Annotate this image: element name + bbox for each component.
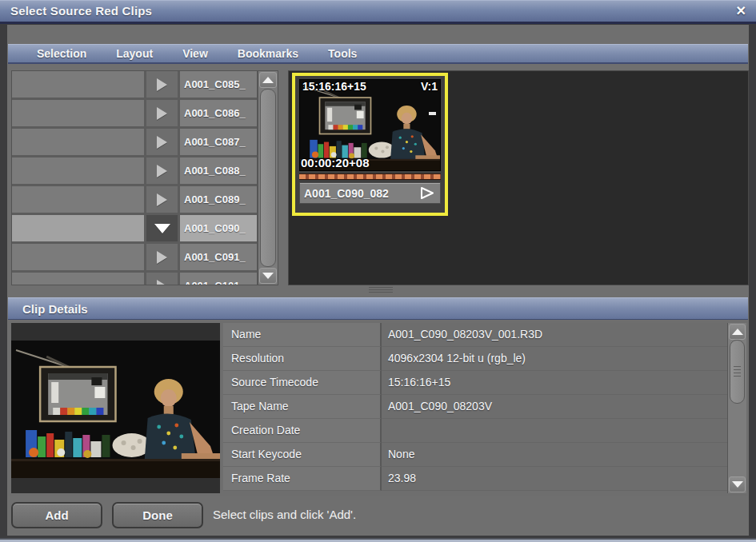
status-message: Select clips and click 'Add'.: [213, 508, 356, 521]
field-label: Resolution: [223, 347, 382, 371]
clip-list: A001_C085_ A001_C086_ A001_C087_ A001_C0…: [11, 70, 278, 285]
add-button[interactable]: Add: [11, 502, 102, 528]
collapsed-arrow-icon: [157, 193, 167, 206]
window-bottom-edge: [0, 538, 756, 542]
menu-view[interactable]: View: [182, 47, 208, 60]
scrollbar-thumb[interactable]: [730, 340, 745, 404]
dialog-body: Selection Layout View Bookmarks Tools A0…: [7, 25, 749, 536]
scroll-down-button[interactable]: [729, 476, 746, 492]
clip-timeline-strip: [299, 173, 441, 180]
details-row: Resolution 4096x2304 12-bit u (rgb_le): [223, 347, 727, 371]
collapsed-arrow-icon: [157, 107, 167, 120]
details-thumbnail-image: [11, 341, 220, 478]
details-row: Creation Date: [223, 419, 727, 443]
expand-toggle[interactable]: [146, 129, 180, 155]
clip-rows: A001_C085_ A001_C086_ A001_C087_ A001_C0…: [12, 71, 257, 285]
clip-row[interactable]: A001_C089_: [12, 186, 257, 215]
scrollbar-thumb[interactable]: [260, 89, 276, 267]
thumb-grip: [734, 366, 741, 377]
clip-name: A001_C101_: [180, 273, 257, 285]
menu-bar: Selection Layout View Bookmarks Tools: [8, 44, 748, 64]
collapsed-arrow-icon: [157, 280, 167, 286]
clip-name: A001_C086_: [180, 100, 257, 126]
down-arrow-icon: [262, 273, 274, 279]
field-label: Frame Rate: [223, 467, 382, 491]
details-thumbnail: [11, 323, 220, 493]
clip-row[interactable]: A001_C087_: [12, 129, 257, 157]
clip-name: A001_C088_: [180, 157, 257, 184]
scroll-down-button[interactable]: [259, 268, 277, 284]
details-row: Frame Rate 23.98: [223, 467, 727, 491]
clip-row[interactable]: A001_C086_: [12, 100, 257, 129]
menu-layout[interactable]: Layout: [116, 47, 153, 60]
field-value: A001_C090_08203V_001.R3D: [382, 323, 727, 347]
field-value: 4096x2304 12-bit u (rgb_le): [382, 347, 727, 371]
menu-tools[interactable]: Tools: [328, 47, 357, 60]
details-row: Source Timecode 15:16:16+15: [223, 371, 727, 395]
expand-toggle[interactable]: [146, 215, 180, 241]
up-arrow-icon: [732, 329, 743, 335]
clip-thumbnail[interactable]: 15:16:16+15 V:1 00:00:20+08: [299, 79, 441, 171]
clip-name: A001_C091_: [180, 244, 257, 270]
clip-name: A001_C085_: [180, 71, 257, 98]
clip-row[interactable]: A001_C085_: [12, 71, 257, 100]
clip-name: A001_C090_: [180, 215, 257, 241]
scroll-up-button[interactable]: [259, 72, 277, 88]
title-bar: Select Source Red Clips ✕: [0, 0, 756, 24]
expand-toggle[interactable]: [146, 157, 180, 184]
expand-toggle[interactable]: [146, 71, 180, 98]
clip-label-text: A001_C090_082: [304, 187, 389, 200]
clip-label-bar: A001_C090_082: [299, 182, 441, 204]
details-scrollbar[interactable]: [727, 323, 746, 493]
clip-row[interactable]: A001_C088_: [12, 157, 257, 186]
details-row: Start Keycode None: [223, 443, 727, 467]
field-value: None: [382, 443, 727, 467]
field-label: Tape Name: [223, 395, 382, 419]
collapsed-arrow-icon: [157, 78, 167, 91]
clip-name: A001_C089_: [180, 186, 257, 213]
close-icon[interactable]: ✕: [736, 3, 746, 18]
done-button[interactable]: Done: [112, 502, 203, 528]
window-title: Select Source Red Clips: [10, 4, 152, 18]
menu-selection[interactable]: Selection: [37, 47, 86, 60]
expand-toggle[interactable]: [146, 273, 180, 285]
clip-details-title: Clip Details: [22, 302, 88, 316]
footage-mark: [429, 112, 436, 115]
details-table: Name A001_C090_08203V_001.R3D Resolution…: [223, 323, 727, 491]
field-label: Source Timecode: [223, 371, 382, 395]
panel-splitter-handle[interactable]: [369, 287, 393, 293]
clip-details-header: Clip Details: [8, 297, 748, 320]
source-timecode-overlay: 15:16:16+15: [302, 80, 366, 93]
scroll-up-button[interactable]: [729, 324, 746, 340]
menu-bookmarks[interactable]: Bookmarks: [238, 47, 298, 60]
expand-toggle[interactable]: [146, 186, 180, 213]
clip-list-scrollbar[interactable]: [257, 71, 278, 285]
clip-row[interactable]: A001_C101_: [12, 273, 257, 285]
field-value: 23.98: [382, 467, 727, 491]
field-label: Start Keycode: [223, 443, 382, 467]
field-value: 15:16:16+15: [382, 371, 727, 395]
video-track-overlay: V:1: [421, 80, 438, 93]
clip-row-selected[interactable]: A001_C090_: [12, 215, 257, 244]
collapsed-arrow-icon: [157, 136, 167, 149]
field-value: A001_C090_08203V: [382, 395, 727, 419]
details-row: Tape Name A001_C090_08203V: [223, 395, 727, 419]
details-row: Name A001_C090_08203V_001.R3D: [223, 323, 727, 347]
expanded-arrow-icon: [154, 224, 170, 233]
clip-row[interactable]: A001_C091_: [12, 244, 257, 273]
clip-name: A001_C087_: [180, 129, 257, 155]
up-arrow-icon: [262, 77, 274, 83]
clip-details-panel: Name A001_C090_08203V_001.R3D Resolution…: [8, 321, 748, 496]
field-value: [382, 419, 727, 443]
selected-clip-tile[interactable]: 15:16:16+15 V:1 00:00:20+08 A001_C090_08…: [292, 73, 448, 216]
field-label: Name: [223, 323, 382, 347]
collapsed-arrow-icon: [157, 165, 167, 177]
expand-toggle[interactable]: [146, 244, 180, 270]
down-arrow-icon: [732, 481, 743, 488]
field-label: Creation Date: [223, 419, 382, 443]
record-timecode-overlay: 00:00:20+08: [301, 156, 370, 169]
collapsed-arrow-icon: [157, 251, 167, 264]
play-icon[interactable]: [418, 186, 436, 200]
expand-toggle[interactable]: [146, 100, 180, 126]
preview-panel: 15:16:16+15 V:1 00:00:20+08 A001_C090_08…: [288, 70, 749, 285]
